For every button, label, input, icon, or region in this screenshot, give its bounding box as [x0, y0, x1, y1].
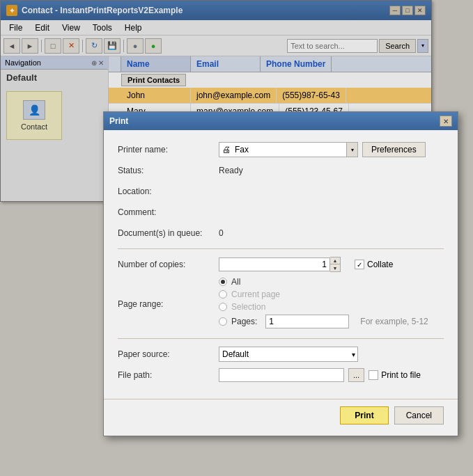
copies-up-button[interactable]: ▲ — [330, 257, 340, 264]
preferences-button[interactable]: Preferences — [362, 142, 426, 157]
radio-current-label: Current page — [231, 289, 280, 299]
print-to-file-label: Print to file — [381, 370, 421, 380]
copies-input[interactable] — [219, 257, 330, 271]
radio-selection-row: Selection — [219, 302, 428, 312]
documents-value: 0 — [219, 228, 224, 238]
dialog-titlebar: Print ✕ — [104, 112, 458, 130]
copies-down-button[interactable]: ▼ — [330, 264, 340, 271]
dialog-footer: Print Cancel — [104, 399, 458, 436]
cancel-button[interactable]: Cancel — [394, 406, 444, 425]
printer-dropdown-arrow[interactable]: ▾ — [346, 143, 357, 157]
collate-checkbox-box[interactable]: ✓ — [355, 260, 364, 269]
radio-selection-button[interactable] — [219, 303, 227, 311]
status-value: Ready — [219, 166, 243, 175]
page-range-row: Page range: All Current page Selection — [118, 277, 444, 331]
radio-all-label: All — [231, 277, 240, 287]
radio-all-button[interactable] — [219, 278, 227, 286]
copies-spin-buttons: ▲ ▼ — [330, 257, 341, 272]
divider1 — [118, 248, 444, 249]
printer-icon: 🖨 — [219, 145, 233, 154]
browse-button[interactable]: ... — [348, 368, 364, 382]
print-to-file-checkbox-box[interactable] — [369, 370, 378, 380]
page-range-label: Page range: — [118, 299, 219, 309]
paper-source-wrapper: Default — [219, 347, 358, 362]
paper-source-label: Paper source: — [118, 349, 219, 359]
file-path-controls: ... Print to file — [219, 368, 421, 382]
status-label: Status: — [118, 166, 219, 175]
printer-select-wrapper: 🖨 Fax ▾ Preferences — [219, 142, 444, 157]
printer-name-row: Printer name: 🖨 Fax ▾ Preferences — [118, 141, 444, 158]
comment-label: Comment: — [118, 207, 219, 217]
dialog-body: Printer name: 🖨 Fax ▾ Preferences Status… — [104, 130, 458, 399]
paper-source-row: Paper source: Default — [118, 346, 444, 363]
copies-label: Number of copies: — [118, 260, 219, 269]
radio-pages-button[interactable] — [219, 317, 227, 326]
pages-input[interactable] — [265, 315, 349, 328]
divider2 — [118, 338, 444, 339]
file-path-row: File path: ... Print to file — [118, 367, 444, 383]
radio-pages-label: Pages: — [231, 317, 257, 326]
collate-checkbox[interactable]: ✓ Collate — [355, 260, 393, 269]
file-path-label: File path: — [118, 370, 219, 380]
documents-row: Document(s) in queue: 0 — [118, 225, 444, 241]
radio-current-button[interactable] — [219, 290, 227, 299]
status-row: Status: Ready — [118, 162, 444, 179]
documents-label: Document(s) in queue: — [118, 228, 219, 238]
print-button[interactable]: Print — [340, 406, 388, 425]
dialog-title: Print — [109, 116, 440, 126]
printer-name-value: Fax — [233, 145, 346, 154]
radio-current-row: Current page — [219, 289, 428, 299]
collate-label: Collate — [367, 260, 393, 269]
copies-input-wrapper: ▲ ▼ — [219, 257, 341, 272]
print-dialog: Print ✕ Printer name: 🖨 Fax ▾ Preference… — [103, 111, 458, 436]
paper-source-select[interactable]: Default — [219, 347, 358, 362]
location-row: Location: — [118, 183, 444, 200]
dialog-close-button[interactable]: ✕ — [440, 116, 452, 127]
pages-hint: For example, 5-12 — [360, 317, 428, 326]
radio-selection-label: Selection — [231, 302, 265, 312]
file-path-input[interactable] — [219, 368, 344, 382]
page-range-options: All Current page Selection Pages: F — [219, 277, 428, 331]
printer-select[interactable]: 🖨 Fax ▾ — [219, 142, 358, 157]
radio-pages-row: Pages: For example, 5-12 — [219, 315, 428, 328]
printer-name-label: Printer name: — [118, 145, 219, 154]
radio-all-row: All — [219, 277, 428, 287]
copies-row: Number of copies: ▲ ▼ ✓ Collate — [118, 256, 444, 273]
print-to-file-checkbox[interactable]: Print to file — [369, 370, 421, 380]
comment-row: Comment: — [118, 204, 444, 221]
location-label: Location: — [118, 187, 219, 196]
